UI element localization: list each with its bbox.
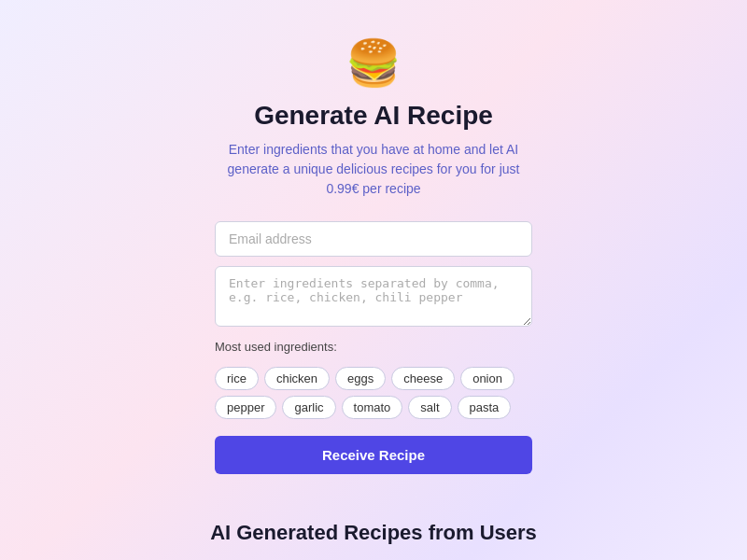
ingredients-textarea[interactable] <box>215 266 532 327</box>
receive-recipe-button[interactable]: Receive Recipe <box>215 436 532 474</box>
ingredient-tag[interactable]: onion <box>460 367 514 390</box>
ingredient-tag[interactable]: tomato <box>342 396 403 419</box>
ingredient-tag[interactable]: cheese <box>391 367 455 390</box>
email-input[interactable] <box>215 221 532 257</box>
ingredient-tag[interactable]: garlic <box>282 396 335 419</box>
ingredient-tag[interactable]: pasta <box>458 396 512 419</box>
ingredient-tag[interactable]: eggs <box>335 367 386 390</box>
section-title: AI Generated Recipes from Users <box>28 521 719 545</box>
hero-section: 🍔 Generate AI Recipe Enter ingredients t… <box>0 0 747 502</box>
main-title: Generate AI Recipe <box>254 101 493 131</box>
ingredient-tag[interactable]: chicken <box>264 367 330 390</box>
ingredient-tag[interactable]: salt <box>408 396 451 419</box>
ingredient-tag[interactable]: rice <box>215 367 259 390</box>
most-used-label: Most used ingredients: <box>215 340 532 354</box>
subtitle: Enter ingredients that you have at home … <box>215 140 532 199</box>
ingredient-tag[interactable]: pepper <box>215 396 276 419</box>
recipe-form: Most used ingredients: ricechickeneggsch… <box>215 221 532 474</box>
tags-container: ricechickeneggscheeseonionpeppergarlicto… <box>215 367 532 419</box>
burger-icon: 🍔 <box>345 37 402 90</box>
generated-section: AI Generated Recipes from Users Entered … <box>0 502 747 560</box>
